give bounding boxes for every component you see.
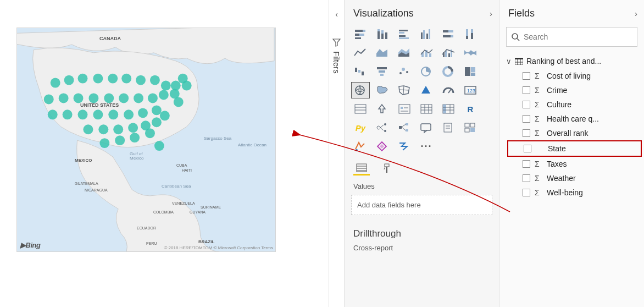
label-atlantic: Atlantic Ocean [238, 142, 267, 147]
chevron-left-icon[interactable]: ‹ [335, 10, 338, 19]
svg-rect-54 [399, 32, 404, 34]
svg-point-5 [121, 74, 131, 84]
field-row[interactable]: ΣHealth care q... [507, 112, 642, 126]
label-ecuador: ECUADOR [137, 226, 156, 230]
table-icon[interactable] [417, 101, 436, 117]
svg-rect-101 [421, 105, 432, 113]
field-checkbox[interactable] [523, 174, 530, 182]
map-icon[interactable] [351, 82, 370, 98]
svg-point-32 [83, 124, 93, 134]
field-row[interactable]: ΣCrime [507, 83, 642, 97]
svg-rect-125 [465, 123, 469, 127]
funnel-chart-icon[interactable] [373, 63, 392, 80]
chevron-right-icon[interactable]: › [490, 9, 492, 18]
donut-icon[interactable] [439, 63, 458, 80]
fields-tab-icon[interactable] [353, 161, 370, 176]
svg-rect-58 [423, 30, 425, 39]
arcgis-map-icon[interactable] [351, 138, 370, 155]
paginated-report-icon[interactable] [439, 119, 458, 136]
field-checkbox[interactable] [523, 129, 530, 137]
power-automate-icon[interactable] [395, 138, 414, 155]
python-visual-icon[interactable]: Py [351, 119, 370, 136]
svg-point-115 [384, 130, 386, 132]
more-visuals-icon[interactable]: ··· [417, 138, 436, 155]
line-clustered-column-icon[interactable] [439, 45, 458, 61]
field-checkbox[interactable] [523, 101, 530, 108]
clustered-bar-icon[interactable] [395, 26, 414, 42]
label-colombia: COLOMBIA [153, 210, 174, 214]
svg-rect-52 [385, 32, 387, 39]
area-chart-icon[interactable] [373, 45, 392, 61]
label-canada: CANADA [99, 36, 121, 41]
label-suriname: SURINAME [201, 205, 221, 209]
svg-rect-44 [363, 30, 365, 32]
fields-search-input[interactable] [524, 32, 632, 41]
slicer-icon[interactable] [395, 101, 414, 117]
svg-rect-116 [399, 126, 402, 129]
stacked-column-icon[interactable] [373, 26, 392, 42]
field-row[interactable]: ΣWeather [507, 171, 642, 185]
svg-rect-76 [355, 68, 357, 72]
decomposition-tree-icon[interactable] [395, 119, 414, 136]
small-multiples-icon[interactable] [461, 119, 480, 136]
field-row[interactable]: ΣTaxes [507, 157, 642, 171]
ribbon-icon[interactable] [461, 45, 480, 61]
svg-rect-122 [444, 123, 452, 132]
waterfall-icon[interactable] [351, 63, 370, 80]
stacked-area-icon[interactable] [395, 45, 414, 61]
field-row[interactable]: ΣCost of living [507, 69, 642, 83]
line-chart-icon[interactable] [351, 45, 370, 61]
field-checkbox[interactable] [523, 115, 530, 123]
field-checkbox[interactable] [523, 72, 530, 80]
field-checkbox[interactable] [524, 145, 531, 152]
field-row[interactable]: ΣWell-being [507, 185, 642, 200]
multi-row-card-icon[interactable] [351, 101, 370, 117]
values-field-well[interactable]: Add data fields here [351, 195, 492, 215]
field-name: State [548, 144, 566, 153]
svg-rect-127 [465, 128, 469, 132]
map-attribution: © 2018 HERE/TOMTOM © Microsoft Corporati… [164, 245, 273, 250]
field-checkbox[interactable] [523, 86, 530, 94]
line-stacked-column-icon[interactable] [417, 45, 436, 61]
matrix-icon[interactable] [439, 101, 458, 117]
fields-search[interactable] [506, 27, 637, 47]
clustered-column-icon[interactable] [417, 26, 436, 42]
card-icon[interactable]: 123 [461, 82, 480, 98]
label-peru: PERU [146, 242, 157, 245]
field-row[interactable]: ΣOverall rank [507, 126, 642, 140]
format-tab-icon[interactable] [379, 161, 395, 176]
treemap-icon[interactable] [461, 63, 480, 80]
pie-icon[interactable] [417, 63, 436, 80]
field-row[interactable]: ΣCulture [507, 97, 642, 112]
table-header[interactable]: ∨ Ranking of best and... [504, 53, 642, 69]
svg-point-83 [402, 68, 405, 71]
field-row[interactable]: State [507, 140, 642, 157]
svg-rect-71 [429, 53, 431, 57]
svg-rect-55 [399, 35, 406, 37]
r-visual-icon[interactable]: R [461, 101, 480, 117]
shape-map-icon[interactable] [395, 82, 414, 98]
chevron-right-icon[interactable]: › [635, 9, 637, 18]
qna-icon[interactable] [417, 119, 436, 136]
key-influencers-icon[interactable] [373, 119, 392, 136]
azure-map-icon[interactable] [417, 82, 436, 98]
svg-rect-98 [401, 107, 403, 109]
power-apps-icon[interactable] [373, 138, 392, 155]
kpi-icon[interactable] [373, 101, 392, 117]
field-checkbox[interactable] [523, 160, 530, 168]
table-type-icon [515, 58, 523, 65]
gauge-icon[interactable] [439, 82, 458, 98]
100pct-column-icon[interactable] [461, 26, 480, 42]
svg-rect-81 [380, 74, 384, 76]
filled-map-icon[interactable] [373, 82, 392, 98]
svg-point-35 [128, 123, 138, 133]
label-caribbean: Caribbean Sea [162, 184, 191, 189]
svg-rect-64 [451, 35, 453, 37]
field-checkbox[interactable] [523, 189, 530, 196]
stacked-bar-icon[interactable] [351, 26, 370, 42]
scatter-icon[interactable] [395, 63, 414, 80]
label-brazil: BRAZIL [198, 239, 214, 244]
map-visual[interactable]: CANADA UNITED STATES MEXICO GUATEMALA NI… [16, 28, 276, 252]
filters-pane-collapsed[interactable]: ‹ Filters [329, 0, 344, 307]
100pct-bar-icon[interactable] [439, 26, 458, 42]
